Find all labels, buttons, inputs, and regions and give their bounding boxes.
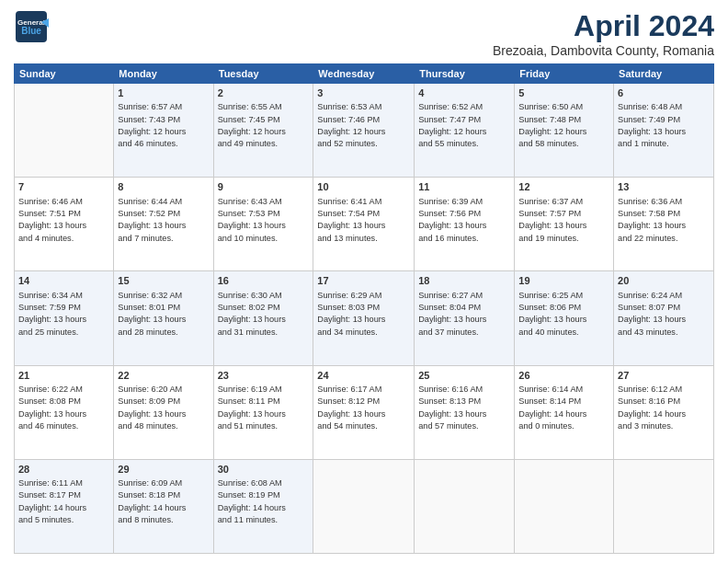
day-info: Sunrise: 6:37 AM Sunset: 7:57 PM Dayligh… (518, 196, 609, 245)
day-info: Sunrise: 6:39 AM Sunset: 7:56 PM Dayligh… (418, 196, 510, 245)
day-info: Sunrise: 6:24 AM Sunset: 8:07 PM Dayligh… (618, 290, 710, 339)
day-info: Sunrise: 6:20 AM Sunset: 8:09 PM Dayligh… (118, 384, 209, 432)
day-info: Sunrise: 6:48 AM Sunset: 7:49 PM Dayligh… (618, 101, 710, 150)
day-number: 9 (218, 180, 310, 194)
calendar-day-5: 5Sunrise: 6:50 AM Sunset: 7:48 PM Daylig… (515, 84, 614, 178)
day-number: 28 (18, 463, 109, 477)
day-number: 25 (418, 369, 510, 383)
day-info: Sunrise: 6:32 AM Sunset: 8:01 PM Dayligh… (118, 290, 209, 339)
logo: General Blue (14, 9, 49, 44)
day-info: Sunrise: 6:16 AM Sunset: 8:13 PM Dayligh… (418, 384, 510, 432)
day-number: 7 (18, 180, 109, 194)
day-number: 4 (418, 86, 510, 100)
day-info: Sunrise: 6:34 AM Sunset: 7:59 PM Dayligh… (18, 290, 109, 339)
calendar-day-empty (415, 459, 515, 553)
weekday-header-thursday: Thursday (415, 64, 515, 84)
day-number: 30 (218, 463, 310, 477)
logo-icon: General Blue (14, 9, 49, 44)
calendar-day-28: 28Sunrise: 6:11 AM Sunset: 8:17 PM Dayli… (15, 459, 114, 553)
calendar-day-9: 9Sunrise: 6:43 AM Sunset: 7:53 PM Daylig… (213, 178, 313, 271)
calendar-week-row: 7Sunrise: 6:46 AM Sunset: 7:51 PM Daylig… (15, 178, 714, 271)
calendar-day-7: 7Sunrise: 6:46 AM Sunset: 7:51 PM Daylig… (15, 178, 114, 271)
day-number: 24 (317, 369, 410, 383)
title-block: April 2024 Brezoaia, Dambovita County, R… (493, 9, 714, 58)
weekday-header-friday: Friday (515, 64, 614, 84)
day-number: 17 (317, 274, 410, 288)
calendar-day-25: 25Sunrise: 6:16 AM Sunset: 8:13 PM Dayli… (415, 365, 515, 459)
weekday-header-sunday: Sunday (15, 64, 114, 84)
calendar-day-27: 27Sunrise: 6:12 AM Sunset: 8:16 PM Dayli… (614, 365, 714, 459)
day-info: Sunrise: 6:30 AM Sunset: 8:02 PM Dayligh… (218, 290, 310, 339)
day-info: Sunrise: 6:43 AM Sunset: 7:53 PM Dayligh… (218, 196, 310, 245)
calendar-week-row: 28Sunrise: 6:11 AM Sunset: 8:17 PM Dayli… (15, 459, 714, 553)
weekday-header-wednesday: Wednesday (313, 64, 415, 84)
day-info: Sunrise: 6:53 AM Sunset: 7:46 PM Dayligh… (317, 101, 410, 150)
day-number: 18 (418, 274, 510, 288)
calendar-week-row: 14Sunrise: 6:34 AM Sunset: 7:59 PM Dayli… (15, 271, 714, 365)
day-number: 14 (18, 274, 109, 288)
calendar-table: SundayMondayTuesdayWednesdayThursdayFrid… (14, 63, 714, 554)
weekday-header-saturday: Saturday (614, 64, 714, 84)
calendar-day-4: 4Sunrise: 6:52 AM Sunset: 7:47 PM Daylig… (415, 84, 515, 178)
day-info: Sunrise: 6:55 AM Sunset: 7:45 PM Dayligh… (218, 101, 310, 150)
calendar-day-8: 8Sunrise: 6:44 AM Sunset: 7:52 PM Daylig… (114, 178, 213, 271)
calendar-day-12: 12Sunrise: 6:37 AM Sunset: 7:57 PM Dayli… (515, 178, 614, 271)
day-number: 10 (317, 180, 410, 194)
day-number: 15 (118, 274, 209, 288)
day-info: Sunrise: 6:12 AM Sunset: 8:16 PM Dayligh… (618, 384, 710, 432)
day-info: Sunrise: 6:57 AM Sunset: 7:43 PM Dayligh… (118, 101, 209, 150)
day-number: 23 (218, 369, 310, 383)
day-number: 3 (317, 86, 410, 100)
calendar-day-6: 6Sunrise: 6:48 AM Sunset: 7:49 PM Daylig… (614, 84, 714, 178)
day-info: Sunrise: 6:17 AM Sunset: 8:12 PM Dayligh… (317, 384, 410, 432)
day-info: Sunrise: 6:22 AM Sunset: 8:08 PM Dayligh… (18, 384, 109, 432)
calendar-day-10: 10Sunrise: 6:41 AM Sunset: 7:54 PM Dayli… (313, 178, 415, 271)
month-title: April 2024 (493, 9, 714, 43)
location-subtitle: Brezoaia, Dambovita County, Romania (493, 43, 714, 58)
day-number: 11 (418, 180, 510, 194)
weekday-header-row: SundayMondayTuesdayWednesdayThursdayFrid… (15, 64, 714, 84)
page-container: General Blue April 2024 Brezoaia, Dambov… (0, 0, 728, 563)
day-info: Sunrise: 6:11 AM Sunset: 8:17 PM Dayligh… (18, 477, 109, 526)
weekday-header-monday: Monday (114, 64, 213, 84)
day-info: Sunrise: 6:36 AM Sunset: 7:58 PM Dayligh… (618, 196, 710, 245)
day-info: Sunrise: 6:52 AM Sunset: 7:47 PM Dayligh… (418, 101, 510, 150)
day-info: Sunrise: 6:44 AM Sunset: 7:52 PM Dayligh… (118, 196, 209, 245)
day-number: 19 (518, 274, 609, 288)
day-number: 13 (618, 180, 710, 194)
day-info: Sunrise: 6:09 AM Sunset: 8:18 PM Dayligh… (118, 477, 209, 526)
weekday-header-tuesday: Tuesday (213, 64, 313, 84)
day-info: Sunrise: 6:08 AM Sunset: 8:19 PM Dayligh… (218, 477, 310, 526)
day-number: 1 (118, 86, 209, 100)
calendar-day-empty (515, 459, 614, 553)
header: General Blue April 2024 Brezoaia, Dambov… (14, 9, 714, 58)
calendar-day-2: 2Sunrise: 6:55 AM Sunset: 7:45 PM Daylig… (213, 84, 313, 178)
calendar-day-13: 13Sunrise: 6:36 AM Sunset: 7:58 PM Dayli… (614, 178, 714, 271)
calendar-day-16: 16Sunrise: 6:30 AM Sunset: 8:02 PM Dayli… (213, 271, 313, 365)
calendar-day-empty (614, 459, 714, 553)
day-info: Sunrise: 6:41 AM Sunset: 7:54 PM Dayligh… (317, 196, 410, 245)
day-number: 12 (518, 180, 609, 194)
calendar-week-row: 21Sunrise: 6:22 AM Sunset: 8:08 PM Dayli… (15, 365, 714, 459)
calendar-day-29: 29Sunrise: 6:09 AM Sunset: 8:18 PM Dayli… (114, 459, 213, 553)
calendar-day-21: 21Sunrise: 6:22 AM Sunset: 8:08 PM Dayli… (15, 365, 114, 459)
calendar-day-19: 19Sunrise: 6:25 AM Sunset: 8:06 PM Dayli… (515, 271, 614, 365)
calendar-week-row: 1Sunrise: 6:57 AM Sunset: 7:43 PM Daylig… (15, 84, 714, 178)
day-number: 26 (518, 369, 609, 383)
calendar-day-23: 23Sunrise: 6:19 AM Sunset: 8:11 PM Dayli… (213, 365, 313, 459)
calendar-day-empty (313, 459, 415, 553)
calendar-day-17: 17Sunrise: 6:29 AM Sunset: 8:03 PM Dayli… (313, 271, 415, 365)
calendar-day-14: 14Sunrise: 6:34 AM Sunset: 7:59 PM Dayli… (15, 271, 114, 365)
calendar-day-30: 30Sunrise: 6:08 AM Sunset: 8:19 PM Dayli… (213, 459, 313, 553)
day-number: 27 (618, 369, 710, 383)
calendar-day-3: 3Sunrise: 6:53 AM Sunset: 7:46 PM Daylig… (313, 84, 415, 178)
day-number: 22 (118, 369, 209, 383)
calendar-day-20: 20Sunrise: 6:24 AM Sunset: 8:07 PM Dayli… (614, 271, 714, 365)
day-info: Sunrise: 6:19 AM Sunset: 8:11 PM Dayligh… (218, 384, 310, 432)
day-info: Sunrise: 6:14 AM Sunset: 8:14 PM Dayligh… (518, 384, 609, 432)
calendar-day-11: 11Sunrise: 6:39 AM Sunset: 7:56 PM Dayli… (415, 178, 515, 271)
day-number: 29 (118, 463, 209, 477)
day-number: 16 (218, 274, 310, 288)
day-number: 8 (118, 180, 209, 194)
day-info: Sunrise: 6:27 AM Sunset: 8:04 PM Dayligh… (418, 290, 510, 339)
